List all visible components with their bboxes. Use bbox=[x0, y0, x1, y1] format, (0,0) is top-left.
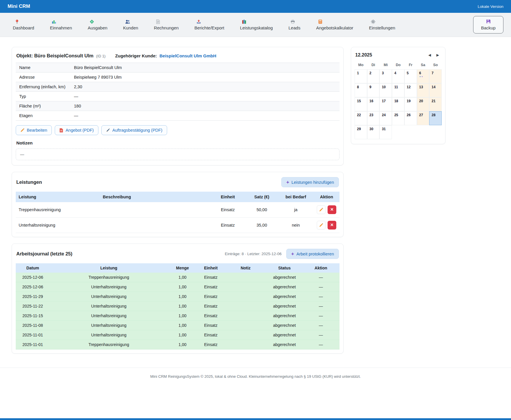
calendar-day-5[interactable]: 5 bbox=[404, 69, 417, 83]
angebot-pdf-button[interactable]: Angebot (PDF) bbox=[55, 125, 98, 135]
calendar-day-7[interactable]: 7 bbox=[429, 69, 442, 83]
journal-note bbox=[224, 273, 267, 282]
property-value: — bbox=[70, 111, 340, 121]
calendar-card: 12.2025 ◀ ▶ MoDiMiDoFrSaSo 1234567891011… bbox=[351, 47, 445, 144]
service-on-demand: ja bbox=[278, 202, 314, 218]
calendar-day-23[interactable]: 23 bbox=[367, 111, 380, 125]
angebotskalkulator-icon bbox=[318, 20, 322, 24]
nav-item-label: Leistungskatalog bbox=[240, 25, 273, 30]
log-work-button[interactable]: + Arbeit protokollieren bbox=[286, 249, 339, 259]
nav-item-leistungskatalog[interactable]: Leistungskatalog bbox=[240, 20, 273, 30]
kunden-icon bbox=[125, 20, 130, 24]
calendar-day-number: 30 bbox=[369, 127, 373, 131]
delete-service-button[interactable]: × bbox=[328, 205, 336, 214]
journal-unit: Einsatz bbox=[197, 340, 225, 350]
calendar-prev-button[interactable]: ◀ bbox=[426, 52, 433, 58]
edit-service-button[interactable] bbox=[317, 221, 326, 230]
journal-row: 2025-11-08Unterhaltsreinigung1,00Einsatz… bbox=[16, 321, 340, 330]
calendar-day-13[interactable]: 13 bbox=[417, 83, 429, 97]
calendar-day-30[interactable]: 30 bbox=[367, 125, 380, 139]
calendar-day-21[interactable]: 21 bbox=[429, 97, 442, 111]
calendar-day-31[interactable]: 31 bbox=[379, 125, 392, 139]
column-header: bei Bedarf bbox=[278, 192, 314, 202]
calendar-next-button[interactable]: ▶ bbox=[434, 52, 441, 58]
backup-button[interactable]: Backup bbox=[473, 16, 503, 33]
calendar-day-9[interactable]: 9 bbox=[367, 83, 380, 97]
bearbeiten-button[interactable]: Bearbeiten bbox=[16, 125, 52, 135]
journal-note bbox=[224, 330, 267, 340]
calendar-day-29[interactable]: 29 bbox=[355, 125, 367, 139]
delete-service-button[interactable]: × bbox=[328, 221, 336, 230]
service-description bbox=[100, 202, 210, 218]
nav-item-dashboard[interactable]: Dashboard bbox=[13, 20, 34, 30]
calendar-day-3[interactable]: 3 bbox=[379, 69, 392, 83]
calendar-day-11[interactable]: 11 bbox=[392, 83, 404, 97]
journal-header: Arbeitsjournal (letzte 25) Einträge: 8 ·… bbox=[16, 248, 340, 263]
column-header: Notiz bbox=[224, 263, 267, 273]
edit-service-button[interactable] bbox=[317, 205, 326, 214]
nav-item-rechnungen[interactable]: Rechnungen bbox=[154, 20, 179, 30]
column-header: Status bbox=[267, 263, 302, 273]
bottom-accent-bar bbox=[0, 418, 511, 420]
pen-icon bbox=[106, 128, 110, 132]
calendar-day-8[interactable]: 8 bbox=[355, 83, 367, 97]
calendar-day-10[interactable]: 10 bbox=[379, 83, 392, 97]
calendar-day-26[interactable]: 26 bbox=[404, 111, 417, 125]
calendar-day-19[interactable]: 19 bbox=[404, 97, 417, 111]
journal-qty: 1,00 bbox=[168, 292, 197, 301]
journal-action: — bbox=[302, 282, 340, 292]
property-row: AdresseBeispielweg 7 89073 Ulm bbox=[16, 73, 340, 82]
calendar-day-14[interactable]: 14 bbox=[429, 83, 442, 97]
column-header: Einheit bbox=[210, 192, 245, 202]
add-services-button[interactable]: + Leistungen hinzufügen bbox=[281, 177, 339, 187]
column-header: Datum bbox=[16, 263, 50, 273]
calendar-day-16[interactable]: 16 bbox=[367, 97, 380, 111]
calendar-day-22[interactable]: 22 bbox=[355, 111, 367, 125]
calendar-weekday: Mo bbox=[355, 62, 367, 68]
nav-item-leads[interactable]: Leads bbox=[289, 20, 300, 30]
journal-action: — bbox=[302, 340, 340, 350]
nav-item-berichte-export[interactable]: Berichte/Export bbox=[195, 20, 224, 30]
nav-item-kunden[interactable]: Kunden bbox=[123, 20, 138, 30]
calendar-day-15[interactable]: 15 bbox=[355, 97, 367, 111]
nav-item-einnahmen[interactable]: Einnahmen bbox=[50, 20, 72, 30]
nav-item-angebotskalkulator[interactable]: Angebotskalkulator bbox=[316, 20, 353, 30]
journal-date: 2025-11-29 bbox=[16, 292, 50, 301]
property-label: Typ bbox=[16, 92, 70, 101]
object-header: Objekt: Büro BeispielConsult Ulm (ID 1) … bbox=[16, 51, 340, 63]
calendar-day-18[interactable]: 18 bbox=[392, 97, 404, 111]
property-value: 180 bbox=[70, 101, 340, 111]
main-nav: DashboardEinnahmenAusgabenKundenRechnung… bbox=[0, 13, 511, 37]
log-work-label: Arbeit protokollieren bbox=[296, 252, 334, 256]
calendar-day-17[interactable]: 17 bbox=[379, 97, 392, 111]
calendar-day-4[interactable]: 4 bbox=[392, 69, 404, 83]
journal-row: 2025-12-06Treppenhausreinigung1,00Einsat… bbox=[16, 273, 340, 282]
berichte-icon bbox=[197, 20, 201, 24]
nav-item-ausgaben[interactable]: Ausgaben bbox=[88, 20, 107, 30]
nav-item-label: Angebotskalkulator bbox=[316, 25, 353, 30]
calendar-day-24[interactable]: 24 bbox=[379, 111, 392, 125]
service-actions: × bbox=[314, 202, 340, 218]
calendar-day-number: 27 bbox=[419, 113, 423, 117]
calendar-day-25[interactable]: 25 bbox=[392, 111, 404, 125]
calendar-day-28[interactable]: 28 bbox=[429, 111, 442, 125]
calendar-header: 12.2025 ◀ ▶ bbox=[355, 51, 442, 62]
journal-note bbox=[224, 321, 267, 330]
calendar-day-2[interactable]: 2 bbox=[367, 69, 380, 83]
journal-status: abgerechnet bbox=[267, 301, 302, 311]
pencil-icon bbox=[20, 128, 24, 132]
calendar-day-20[interactable]: 20 bbox=[417, 97, 429, 111]
plus-icon: + bbox=[286, 180, 289, 185]
calendar-day-27[interactable]: 27 bbox=[417, 111, 429, 125]
journal-qty: 1,00 bbox=[168, 340, 197, 350]
auftragsbestaetigung-pdf-button[interactable]: Auftragsbestätigung (PDF) bbox=[101, 125, 167, 135]
customer-link[interactable]: BeispielConsult Ulm GmbH bbox=[160, 53, 216, 58]
journal-service: Unterhaltsreinigung bbox=[50, 292, 168, 301]
calendar-weekday: Do bbox=[392, 62, 404, 68]
journal-service: Unterhaltsreinigung bbox=[50, 330, 168, 340]
calendar-day-12[interactable]: 12 bbox=[404, 83, 417, 97]
journal-qty: 1,00 bbox=[168, 330, 197, 340]
calendar-day-1[interactable]: 1 bbox=[355, 69, 367, 83]
calendar-day-6[interactable]: 6 bbox=[417, 69, 429, 83]
nav-item-einstellungen[interactable]: Einstellungen bbox=[369, 20, 395, 30]
